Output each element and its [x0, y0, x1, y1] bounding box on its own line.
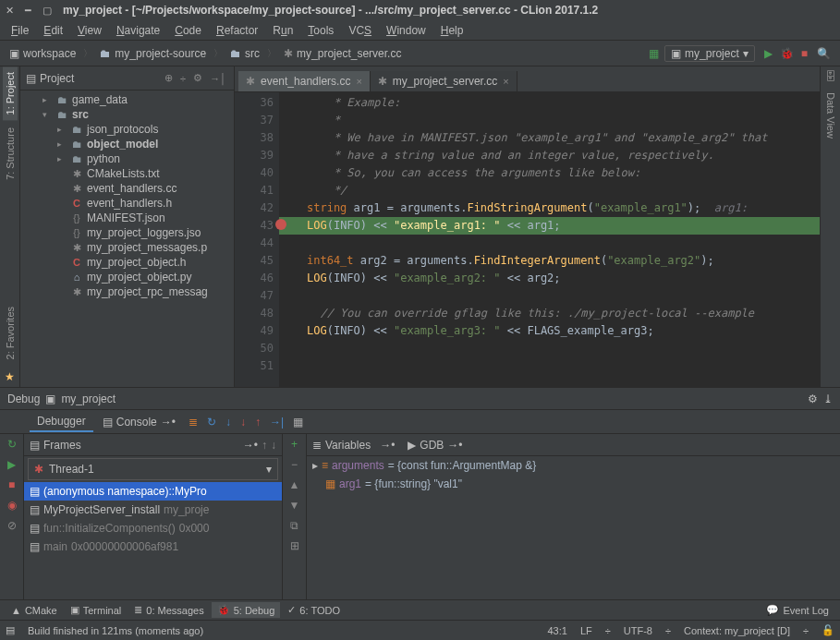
gear-icon[interactable]: ⚙	[808, 392, 818, 405]
tree-folder[interactable]: ▸🖿python	[20, 151, 234, 166]
menu-tools[interactable]: Tools	[302, 22, 339, 39]
copy-icon[interactable]: ⧉	[290, 515, 298, 536]
tree-file[interactable]: Cmy_project_object.h	[20, 255, 234, 270]
tool-dataview-tab[interactable]: Data View	[823, 87, 838, 144]
menu-help[interactable]: Help	[435, 22, 469, 39]
hide-icon[interactable]: ⤓	[823, 392, 833, 405]
stack-frame[interactable]: ▤fun::InitializeComponents() 0x000	[24, 519, 282, 537]
event-log-tab[interactable]: 💬Event Log	[761, 602, 834, 618]
tree-file[interactable]: ✱CMakeLists.txt	[20, 166, 234, 181]
menu-navigate[interactable]: Navigate	[111, 22, 165, 39]
tree-folder[interactable]: ▸🖿json_protocols	[20, 122, 234, 137]
menu-vcs[interactable]: VCS	[343, 22, 377, 39]
scroll-icon[interactable]: ÷	[665, 625, 671, 636]
menu-refactor[interactable]: Refactor	[211, 22, 263, 39]
status-menu-icon[interactable]: ▤	[6, 624, 15, 636]
stop-button[interactable]: ■	[797, 47, 811, 60]
expand-icon[interactable]: ▸	[312, 459, 318, 472]
scroll-icon[interactable]: ÷	[803, 625, 809, 636]
menu-code[interactable]: Code	[169, 22, 207, 39]
tree-file[interactable]: ✱my_project_rpc_messag	[20, 284, 234, 299]
up-icon[interactable]: ▲	[289, 475, 300, 495]
stack-frame[interactable]: ▤MyProjectServer_install my_proje	[24, 501, 282, 519]
context-label[interactable]: Context: my_project [D]	[684, 625, 790, 636]
step-into-icon[interactable]: ↓	[222, 414, 235, 430]
tool-project-tab[interactable]: 1: Project	[3, 66, 18, 120]
breadcrumb-file[interactable]: ✱ my_project_server.cc	[278, 45, 407, 62]
tree-file[interactable]: ✱my_project_messages.p	[20, 240, 234, 255]
threads-icon[interactable]: ≣	[185, 414, 201, 430]
tree-file[interactable]: {}my_project_loggers.jso	[20, 225, 234, 240]
prev-frame-icon[interactable]: ↑	[262, 439, 267, 452]
stop-icon[interactable]: ■	[8, 475, 15, 495]
rerun-icon[interactable]: ↻	[7, 434, 17, 454]
pin-icon[interactable]: →•	[447, 439, 462, 452]
breadcrumb-root[interactable]: ▣ workspace	[4, 45, 81, 62]
remove-watch-icon[interactable]: −	[291, 454, 298, 475]
grid-icon[interactable]: ▦	[649, 47, 659, 60]
add-watch-icon[interactable]: +	[291, 434, 298, 454]
down-icon[interactable]: ▼	[289, 495, 300, 515]
mute-breakpoints-icon[interactable]: ⊘	[7, 515, 17, 536]
stack-frame[interactable]: ▤(anonymous namespace)::MyPro	[24, 482, 282, 501]
step-over-icon[interactable]: ↻	[203, 414, 220, 430]
watches-icon[interactable]: ⊞	[290, 536, 299, 556]
menu-edit[interactable]: Edit	[38, 22, 68, 39]
next-frame-icon[interactable]: ↓	[271, 439, 276, 452]
console-tab[interactable]: ▤Console→•	[95, 413, 183, 431]
menu-window[interactable]: Window	[381, 22, 432, 39]
code-content[interactable]: * Example: * * We have in MANIFEST.json …	[279, 92, 820, 387]
cmake-tab[interactable]: ▲CMake	[6, 603, 63, 618]
frames-list[interactable]: ▤(anonymous namespace)::MyPro ▤MyProject…	[24, 482, 282, 599]
editor-tab-active[interactable]: ✱ my_project_server.cc ×	[371, 71, 517, 91]
database-icon[interactable]: 🗄	[825, 66, 836, 87]
search-everywhere-button[interactable]: 🔍	[811, 47, 836, 60]
line-number-breakpoint[interactable]: 43	[237, 217, 274, 235]
pin-icon[interactable]: →•	[243, 439, 258, 452]
lock-icon[interactable]: 🔓	[822, 624, 834, 636]
scroll-to-source-icon[interactable]: ÷	[178, 73, 188, 84]
caret-position[interactable]: 43:1	[547, 625, 566, 636]
tree-file[interactable]: ⌂my_project_object.py	[20, 270, 234, 284]
evaluate-icon[interactable]: ▦	[289, 414, 307, 430]
tree-file[interactable]: Cevent_handlers.h	[20, 196, 234, 211]
project-tree[interactable]: ▸🖿game_data ▾🖿src ▸🖿json_protocols ▸🖿obj…	[20, 91, 234, 387]
run-config-selector[interactable]: ▣ my_project ▾	[664, 45, 755, 62]
resume-icon[interactable]: ▶	[7, 454, 16, 475]
debug-button[interactable]: 🐞	[776, 47, 797, 60]
hide-icon[interactable]: →│	[208, 73, 228, 84]
scroll-icon[interactable]: ÷	[605, 625, 611, 636]
close-icon[interactable]: ×	[503, 76, 508, 87]
menu-file[interactable]: File	[6, 22, 34, 39]
pin-icon[interactable]: →•	[380, 439, 395, 452]
tree-folder[interactable]: ▾🖿src	[20, 107, 234, 122]
variable-row[interactable]: ▦ arg1 = {fun::string} "val1"	[307, 475, 840, 493]
tree-folder[interactable]: ▸🖿object_model	[20, 137, 234, 151]
collapse-all-icon[interactable]: ⊕	[163, 72, 175, 84]
gdb-tab[interactable]: GDB	[420, 439, 444, 452]
tree-file[interactable]: ✱event_handlers.cc	[20, 181, 234, 196]
tool-favorites-tab[interactable]: 2: Favorites	[3, 301, 18, 365]
terminal-tab[interactable]: ▣Terminal	[65, 602, 128, 618]
menu-view[interactable]: View	[72, 22, 107, 39]
force-step-into-icon[interactable]: ↓	[237, 414, 250, 430]
code-editor[interactable]: 36 37 38 39 40 41 42 43 44 45 46 47 48 4…	[235, 92, 820, 387]
tree-folder[interactable]: ▸🖿game_data	[20, 92, 234, 107]
run-button[interactable]: ▶	[761, 47, 776, 60]
run-to-cursor-icon[interactable]: →|	[266, 414, 287, 430]
editor-tab[interactable]: ✱ event_handlers.cc ×	[238, 71, 371, 91]
breakpoint-icon[interactable]	[275, 219, 286, 230]
variable-row[interactable]: ▸ ≡ arguments = {const fun::ArgumentMap …	[307, 456, 840, 475]
debug-tab[interactable]: 🐞5: Debug	[212, 602, 281, 618]
view-breakpoints-icon[interactable]: ◉	[7, 495, 17, 515]
encoding[interactable]: UTF-8	[624, 625, 652, 636]
thread-selector[interactable]: ✱ Thread-1 ▾	[28, 458, 278, 480]
messages-tab[interactable]: ≣0: Messages	[128, 602, 209, 618]
tree-file[interactable]: {}MANIFEST.json	[20, 211, 234, 225]
breadcrumb-folder-2[interactable]: 🖿 src	[225, 45, 265, 62]
debugger-tab[interactable]: Debugger	[30, 412, 93, 432]
line-separator[interactable]: LF	[580, 625, 592, 636]
gear-icon[interactable]: ⚙	[191, 72, 204, 84]
step-out-icon[interactable]: ↑	[251, 414, 264, 430]
line-number-gutter[interactable]: 36 37 38 39 40 41 42 43 44 45 46 47 48 4…	[235, 92, 279, 387]
